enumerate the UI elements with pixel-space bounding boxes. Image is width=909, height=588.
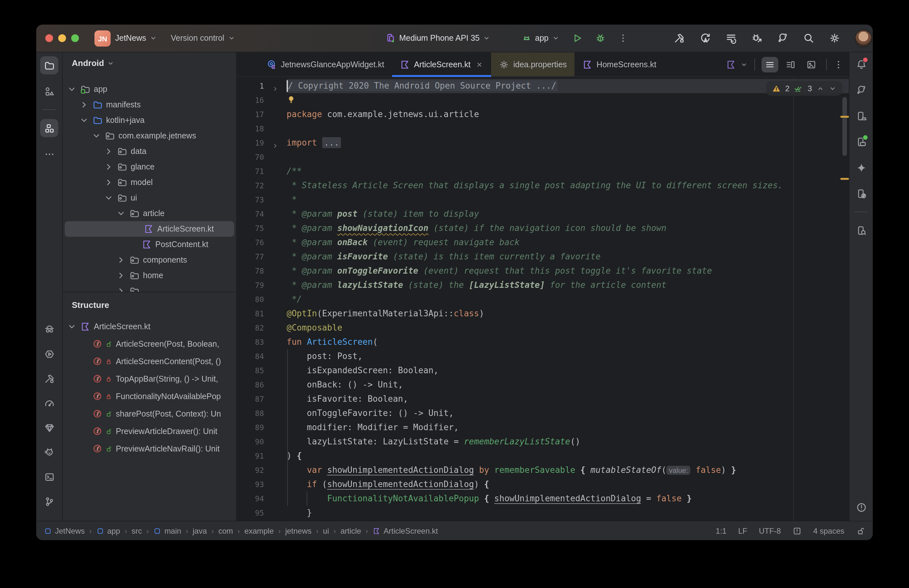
breadcrumb-article[interactable]: article bbox=[340, 526, 361, 535]
structure-tool-button[interactable] bbox=[40, 119, 58, 137]
code-line-1[interactable]: 1/ Copyright 2020 The Android Open Sourc… bbox=[237, 79, 849, 93]
project-tree-item[interactable]: ui bbox=[63, 190, 236, 206]
build-button-hammer-icon[interactable] bbox=[673, 32, 685, 44]
structure-item[interactable]: fFunctionalityNotAvailablePop bbox=[63, 388, 236, 405]
hidden-tabs-dropdown[interactable] bbox=[740, 60, 748, 68]
notifications-button[interactable] bbox=[852, 55, 870, 73]
code-line-82[interactable]: 82@Composable bbox=[237, 321, 849, 335]
tab-HomeScreens.kt[interactable]: HomeScreens.kt bbox=[575, 52, 664, 76]
settings-button-settings-icon[interactable] bbox=[829, 32, 840, 44]
structure-item[interactable]: fArticleScreen(Post, Boolean, bbox=[63, 335, 236, 352]
project-tree-item[interactable]: com.example.jetnews bbox=[63, 128, 236, 144]
chevron-down-icon[interactable] bbox=[67, 84, 77, 94]
code-line-88[interactable]: 88 onToggleFavorite: () -> Unit, bbox=[237, 406, 849, 420]
inspection-level-widget[interactable] bbox=[793, 526, 802, 535]
apply-changes-button-apply-changes-icon[interactable] bbox=[699, 32, 711, 44]
code-line-81[interactable]: 81@OptIn(ExperimentalMaterial3Api::class… bbox=[237, 307, 849, 321]
project-view-selector[interactable]: Android bbox=[72, 58, 115, 68]
minimize-window-button[interactable] bbox=[58, 34, 66, 42]
zoom-window-button[interactable] bbox=[71, 34, 79, 42]
close-icon[interactable] bbox=[476, 60, 484, 68]
chevron-right-icon[interactable] bbox=[103, 162, 114, 172]
code-line-72[interactable]: 72 * Stateless Article Screen that displ… bbox=[237, 179, 849, 193]
code-line-77[interactable]: 77 * @param isFavorite (state) is this i… bbox=[237, 250, 849, 264]
structure-item[interactable]: fPreviewArticleDrawer(): Unit bbox=[63, 422, 236, 440]
code-line-79[interactable]: 79 * @param lazyListState (state) the [L… bbox=[237, 278, 849, 292]
gradle-sync-button-gradle-elephant-icon[interactable] bbox=[777, 32, 789, 44]
project-tree-item[interactable]: glance bbox=[63, 159, 236, 174]
code-line-80[interactable]: 80 */ bbox=[237, 292, 849, 307]
gemini-tool-button[interactable] bbox=[852, 158, 870, 177]
terminal-tool-button[interactable] bbox=[40, 468, 58, 486]
code-line-76[interactable]: 76 * @param onBack (event) request navig… bbox=[237, 236, 849, 250]
breadcrumb-ui[interactable]: ui bbox=[323, 526, 329, 535]
device-selector[interactable]: Medium Phone API 35 bbox=[386, 24, 491, 52]
code-line-78[interactable]: 78 * @param onToggleFavorite (event) req… bbox=[237, 264, 849, 278]
code-line-19[interactable]: 19import ... bbox=[237, 136, 849, 150]
project-tree-item[interactable]: ArticleScreen.kt bbox=[65, 221, 234, 237]
intention-bulb-icon[interactable] bbox=[287, 94, 295, 103]
attach-debugger-button-attach-debugger-icon[interactable] bbox=[751, 32, 763, 44]
chevron-right-icon[interactable] bbox=[116, 270, 126, 281]
project-tree-item[interactable]: model bbox=[63, 174, 236, 190]
profiler-button-profiler-lines-icon[interactable] bbox=[725, 32, 737, 44]
encoding-widget[interactable]: UTF-8 bbox=[759, 526, 781, 535]
chevron-right-icon[interactable] bbox=[103, 177, 114, 187]
caret-position-widget[interactable]: 1:1 bbox=[716, 526, 727, 535]
tab-options-button[interactable] bbox=[833, 59, 844, 69]
breadcrumb-java[interactable]: java bbox=[193, 526, 207, 535]
chevron-down-icon[interactable] bbox=[67, 321, 77, 331]
project-tree-item[interactable]: components bbox=[63, 252, 236, 268]
project-tree-item[interactable]: data bbox=[63, 144, 236, 159]
device-mirror-tool-button[interactable] bbox=[852, 184, 870, 202]
breadcrumb-example[interactable]: example bbox=[245, 526, 274, 535]
project-tree-item[interactable]: kotlin+java bbox=[63, 113, 236, 128]
warning-stripe-mark[interactable] bbox=[840, 178, 849, 180]
project-widget[interactable]: JetNews bbox=[115, 24, 157, 52]
search-button-search-icon[interactable] bbox=[803, 32, 815, 44]
design-view-button[interactable] bbox=[803, 57, 820, 72]
line-separator-widget[interactable]: LF bbox=[738, 526, 747, 535]
fold-marker-icon[interactable] bbox=[272, 139, 279, 147]
code-line-91[interactable]: 91) { bbox=[237, 449, 849, 463]
profiler-tool-button[interactable] bbox=[40, 394, 58, 412]
code-line-71[interactable]: 71/** bbox=[237, 164, 849, 179]
next-problem-button[interactable] bbox=[829, 84, 836, 92]
breadcrumb-src[interactable]: src bbox=[132, 526, 142, 535]
code-editor[interactable]: 1/ Copyright 2020 The Android Open Sourc… bbox=[237, 77, 849, 521]
chevron-down-icon[interactable] bbox=[79, 115, 89, 126]
breadcrumb-main[interactable]: main bbox=[153, 526, 181, 535]
chevron-right-icon[interactable] bbox=[103, 146, 114, 157]
debug-button[interactable] bbox=[594, 32, 606, 44]
code-line-94[interactable]: 94 FunctionalityNotAvailablePopup { show… bbox=[237, 492, 849, 506]
code-line-17[interactable]: 17package com.example.jetnews.ui.article bbox=[237, 107, 849, 122]
structure-item[interactable]: fsharePost(Post, Context): Un bbox=[63, 405, 236, 422]
editor-scrollbar[interactable] bbox=[842, 97, 847, 156]
chevron-down-icon[interactable] bbox=[91, 131, 102, 141]
problems-tool-button[interactable] bbox=[852, 498, 870, 516]
tab-JetnewsGlanceAppWidget.kt[interactable]: JetnewsGlanceAppWidget.kt bbox=[259, 52, 392, 76]
code-view-button[interactable] bbox=[762, 57, 778, 72]
user-avatar[interactable] bbox=[855, 29, 872, 47]
code-line-87[interactable]: 87 isFavorite: Boolean, bbox=[237, 392, 849, 406]
prev-problem-button[interactable] bbox=[817, 84, 824, 92]
project-tree-item[interactable]: manifests bbox=[63, 97, 236, 113]
resource-manager-tool-button[interactable] bbox=[40, 82, 58, 100]
app-quality-insights-tool-button[interactable] bbox=[40, 418, 58, 437]
tab-idea.properties[interactable]: idea.properties bbox=[491, 52, 575, 76]
build-tool-button[interactable] bbox=[40, 369, 58, 388]
pane-divider[interactable] bbox=[63, 292, 236, 292]
run-config-selector[interactable]: app bbox=[522, 33, 560, 44]
gradle-tool-button[interactable] bbox=[852, 81, 870, 99]
run-button[interactable] bbox=[571, 32, 583, 44]
code-line-70[interactable]: 70 bbox=[237, 150, 849, 164]
more-tool-windows-button[interactable] bbox=[40, 145, 58, 163]
code-line-90[interactable]: 90 lazyListState: LazyListState = rememb… bbox=[237, 435, 849, 449]
project-tree-item[interactable] bbox=[63, 283, 236, 292]
version-control-tool-button[interactable] bbox=[40, 492, 58, 510]
more-actions-button[interactable] bbox=[618, 33, 628, 44]
code-line-74[interactable]: 74 * @param post (state) item to display bbox=[237, 207, 849, 221]
vcs-widget[interactable]: Version control bbox=[171, 24, 235, 52]
code-line-83[interactable]: 83fun ArticleScreen( bbox=[237, 335, 849, 349]
breadcrumb-com[interactable]: com bbox=[218, 526, 233, 535]
